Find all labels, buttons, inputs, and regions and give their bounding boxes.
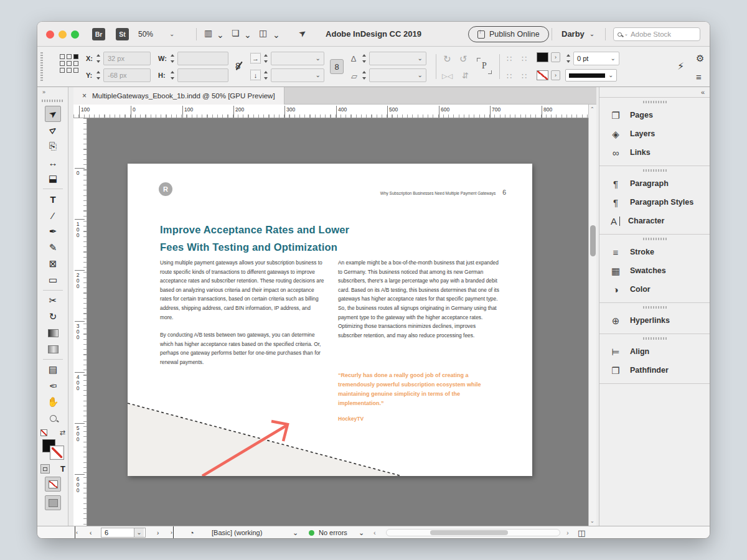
distribute-icon[interactable]: ∷ <box>522 55 527 63</box>
user-menu[interactable]: Darby ⌄ <box>561 29 594 39</box>
bridge-button[interactable]: Br <box>92 28 105 40</box>
publish-online-button[interactable]: Publish Online <box>468 26 549 42</box>
document-page[interactable]: R Why Subscription Businesses Need Multi… <box>128 164 532 476</box>
h-stepper[interactable] <box>169 68 176 82</box>
previous-page-button[interactable]: ‹ <box>90 526 92 538</box>
ref-pt[interactable] <box>60 68 65 73</box>
scroll-up-icon[interactable]: ⌃ <box>590 106 594 112</box>
page-number-input[interactable] <box>101 529 134 536</box>
quick-apply-icon[interactable]: ⚡ <box>677 62 684 72</box>
select-container-icon[interactable]: P <box>477 58 492 74</box>
eyedropper-tool[interactable]: ✑ <box>45 378 61 394</box>
apply-gradient-button[interactable] <box>45 495 61 510</box>
distribute-icon[interactable]: ∷ <box>522 72 527 80</box>
chevron-down-icon[interactable]: ⌄ <box>217 30 224 39</box>
apply-none-button[interactable] <box>45 477 61 492</box>
chevron-down-icon[interactable]: ⌄ <box>359 526 364 538</box>
stroke-weight-dropdown[interactable]: 0 pt ⌄ <box>573 52 619 65</box>
fill-more-button[interactable]: › <box>551 52 560 62</box>
maximize-window-button[interactable] <box>71 30 79 39</box>
preflight-profile[interactable]: [Basic] (working) <box>212 526 262 538</box>
stroke-swatch[interactable] <box>537 70 548 80</box>
rotation-dropdown[interactable]: ⌄ <box>369 52 426 65</box>
w-field[interactable] <box>177 52 228 65</box>
vertical-scrollbar[interactable]: ⌃ ⌄ <box>588 105 596 526</box>
close-tab-icon[interactable]: × <box>82 91 87 100</box>
panel-tab-links[interactable]: ∞Links <box>599 143 710 162</box>
scissors-tool[interactable]: ✂ <box>45 292 61 309</box>
chevron-down-icon[interactable]: ⌄ <box>293 526 298 538</box>
ref-pt[interactable] <box>67 68 72 73</box>
note-tool[interactable]: ▤ <box>45 362 61 378</box>
scale-y-dropdown[interactable]: ⌄ <box>271 68 324 82</box>
gap-tool[interactable]: ↔ <box>45 154 61 170</box>
panel-drag-handle[interactable] <box>643 169 667 172</box>
gradient-feather-tool[interactable] <box>45 341 61 357</box>
zoom-tool[interactable] <box>45 410 61 426</box>
flip-vertical-icon[interactable]: ⇵ <box>462 72 469 80</box>
reference-point-proxy[interactable] <box>60 54 80 74</box>
chevron-down-icon[interactable]: ⌄ <box>273 30 280 39</box>
scroll-down-icon[interactable]: ⌄ <box>590 518 594 524</box>
panel-tab-stroke[interactable]: ≡Stroke <box>599 243 710 261</box>
shear-dropdown[interactable]: ⌄ <box>369 68 426 82</box>
distribute-icon[interactable]: ∷ <box>507 72 512 80</box>
scale-x-stepper[interactable] <box>263 52 270 65</box>
content-collector-tool[interactable]: ⬓ <box>45 170 61 187</box>
default-fill-stroke-icon[interactable] <box>40 429 47 436</box>
pasteboard[interactable]: R Why Subscription Businesses Need Multi… <box>87 118 588 526</box>
fill-swatch[interactable] <box>537 52 548 62</box>
horizontal-ruler[interactable]: 100 0 100 200 300 400 500 600 700 800 <box>73 105 596 118</box>
rotate-cw-icon[interactable]: ↻ <box>443 54 451 63</box>
page-number-field[interactable]: ⌄ <box>101 528 146 538</box>
scroll-left-icon[interactable]: ‹ <box>374 526 376 538</box>
panel-tab-hyperlinks[interactable]: ⊕Hyperlinks <box>599 311 710 330</box>
y-field[interactable] <box>103 68 151 82</box>
panel-menu-icon[interactable]: ≡ <box>696 72 702 82</box>
stroke-proxy-swatch[interactable] <box>50 446 63 459</box>
flip-horizontal-icon[interactable]: ▷◁ <box>442 73 453 80</box>
arrange-documents-icon[interactable]: ◫ <box>259 29 267 37</box>
scale-y-stepper[interactable] <box>263 68 270 82</box>
selection-tool[interactable]: ➤ <box>45 106 61 122</box>
ref-pt-selected[interactable] <box>73 54 78 59</box>
panel-tab-character[interactable]: ACharacter <box>599 212 710 230</box>
gear-icon[interactable]: ⚙ <box>696 54 704 63</box>
panel-drag-handle[interactable] <box>643 101 667 103</box>
free-transform-tool[interactable]: ↻ <box>45 309 61 325</box>
stroke-style-dropdown[interactable]: ⌄ <box>565 69 617 82</box>
search-input[interactable] <box>631 30 693 38</box>
formatting-affects-text-icon[interactable]: T <box>60 464 65 474</box>
fill-stroke-proxy[interactable] <box>42 439 63 459</box>
ref-pt[interactable] <box>67 54 72 59</box>
margins-columns-icon[interactable]: ▥ <box>204 29 212 37</box>
w-stepper[interactable] <box>169 52 176 65</box>
preflight-icon[interactable]: ◔ <box>189 526 194 538</box>
error-status[interactable]: No errors <box>319 526 347 538</box>
ref-pt[interactable] <box>60 54 65 59</box>
vertical-ruler[interactable]: 0 100 200 300 400 500 600 <box>73 118 87 526</box>
stock-button[interactable]: St <box>116 28 129 40</box>
distribute-icon[interactable]: ∷ <box>507 55 512 63</box>
last-page-button[interactable]: › <box>171 526 174 538</box>
expand-panel-icon[interactable]: » <box>42 89 46 95</box>
scale-x-dropdown[interactable]: ⌄ <box>271 52 324 65</box>
panel-tab-swatches[interactable]: ▦Swatches <box>599 261 710 280</box>
scroll-right-icon[interactable]: › <box>566 526 569 538</box>
collapse-panels-icon[interactable]: « <box>701 88 705 96</box>
horizontal-scrollbar[interactable] <box>386 529 560 536</box>
panel-drag-handle[interactable] <box>643 238 667 240</box>
panel-drag-handle[interactable] <box>643 337 667 340</box>
rotate-ccw-icon[interactable]: ↺ <box>459 54 467 63</box>
screen-mode-icon[interactable]: ❏ <box>232 29 240 37</box>
ref-pt[interactable] <box>73 61 78 66</box>
minimize-window-button[interactable] <box>59 30 67 39</box>
rotation-stepper[interactable] <box>361 52 368 65</box>
rocket-icon[interactable]: ➤ <box>297 27 308 39</box>
panel-drag-handle[interactable] <box>643 306 667 309</box>
chevron-down-icon[interactable]: ⌄ <box>244 30 251 39</box>
hand-tool[interactable]: ✋ <box>45 394 61 410</box>
direct-selection-tool[interactable]: ⊳ <box>45 122 61 138</box>
swap-fill-stroke-icon[interactable]: ⇄ <box>60 429 65 437</box>
type-tool[interactable]: T <box>45 191 61 207</box>
